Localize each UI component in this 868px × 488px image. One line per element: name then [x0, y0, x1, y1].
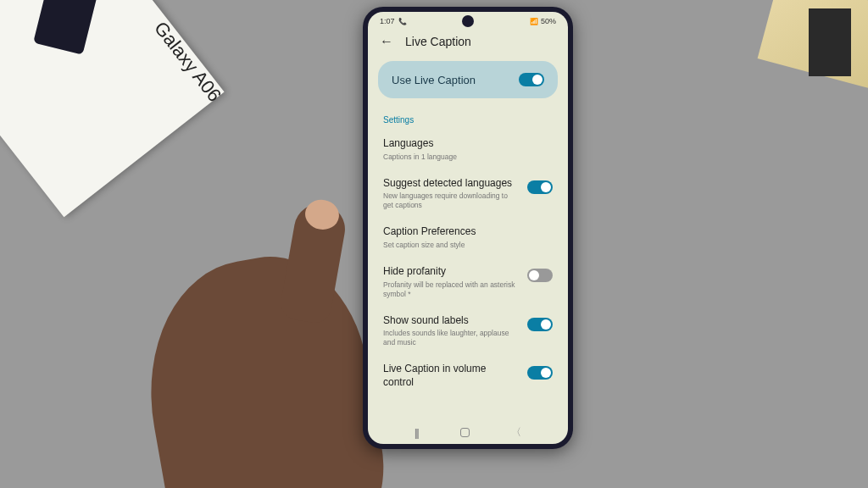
- status-time: 1:07: [380, 17, 395, 25]
- nav-back-button[interactable]: 〈: [511, 425, 521, 440]
- setting-text: Hide profanityProfanity will be replaced…: [383, 265, 517, 299]
- setting-toggle[interactable]: [527, 366, 553, 380]
- use-live-caption-toggle[interactable]: [519, 73, 544, 86]
- setting-title: Languages: [383, 137, 553, 151]
- toggle-wrap: [527, 314, 553, 331]
- setting-title: Show sound labels: [383, 314, 517, 328]
- setting-toggle[interactable]: [527, 318, 553, 331]
- toggle-knob: [532, 75, 542, 85]
- setting-row[interactable]: Caption PreferencesSet caption size and …: [368, 218, 568, 258]
- setting-text: LanguagesCaptions in 1 language: [383, 137, 553, 162]
- setting-toggle[interactable]: [527, 269, 553, 282]
- signal-icon: 📶: [530, 18, 538, 25]
- page-title: Live Caption: [405, 35, 471, 48]
- toggle-knob: [541, 368, 551, 378]
- page-header: ← Live Caption: [368, 27, 568, 56]
- setting-title: Caption Preferences: [383, 225, 553, 239]
- use-live-caption-label: Use Live Caption: [392, 74, 476, 86]
- setting-description: Includes sounds like laughter, applause …: [383, 329, 517, 347]
- setting-title: Live Caption in volume control: [383, 363, 517, 389]
- setting-text: Show sound labelsIncludes sounds like la…: [383, 314, 517, 348]
- product-box: [0, 0, 225, 217]
- setting-description: Set caption size and style: [383, 241, 553, 250]
- setting-title: Suggest detected languages: [383, 177, 517, 191]
- wood-dark-piece: [809, 8, 851, 76]
- back-arrow-icon[interactable]: ←: [380, 34, 393, 49]
- setting-row[interactable]: Hide profanityProfanity will be replaced…: [368, 258, 568, 307]
- setting-text: Live Caption in volume control: [383, 363, 517, 389]
- toggle-wrap: [527, 363, 553, 380]
- settings-list: LanguagesCaptions in 1 languageSuggest d…: [368, 130, 568, 397]
- toggle-knob: [541, 182, 551, 192]
- setting-description: New languages require downloading to get…: [383, 191, 517, 210]
- recent-apps-button[interactable]: |||: [415, 426, 418, 439]
- navigation-bar: ||| 〈: [368, 420, 568, 444]
- phone-device: 1:07 📞 📶 50% ← Live Caption Use Live Cap…: [363, 7, 573, 449]
- box-phone-image: [33, 0, 105, 55]
- use-live-caption-card[interactable]: Use Live Caption: [378, 61, 558, 98]
- camera-notch: [462, 15, 474, 27]
- setting-row[interactable]: Suggest detected languagesNew languages …: [368, 169, 568, 219]
- toggle-knob: [529, 270, 539, 280]
- toggle-wrap: [527, 177, 553, 194]
- fingertip: [303, 197, 341, 232]
- settings-section-label: Settings: [368, 103, 568, 130]
- home-button[interactable]: [460, 428, 470, 437]
- setting-row[interactable]: LanguagesCaptions in 1 language: [368, 130, 568, 169]
- setting-row[interactable]: Live Caption in volume control: [368, 355, 568, 396]
- setting-toggle[interactable]: [527, 180, 553, 194]
- hand: [129, 242, 398, 488]
- toggle-knob: [541, 319, 551, 330]
- phone-icon: 📞: [398, 18, 407, 25]
- setting-description: Profanity will be replaced with an aster…: [383, 280, 517, 299]
- status-battery: 50%: [541, 17, 556, 25]
- setting-title: Hide profanity: [383, 265, 517, 279]
- setting-text: Suggest detected languagesNew languages …: [383, 177, 517, 211]
- phone-screen: 1:07 📞 📶 50% ← Live Caption Use Live Cap…: [368, 12, 568, 444]
- toggle-wrap: [527, 265, 553, 282]
- setting-row[interactable]: Show sound labelsIncludes sounds like la…: [368, 307, 568, 356]
- setting-description: Captions in 1 language: [383, 152, 553, 162]
- setting-text: Caption PreferencesSet caption size and …: [383, 225, 553, 250]
